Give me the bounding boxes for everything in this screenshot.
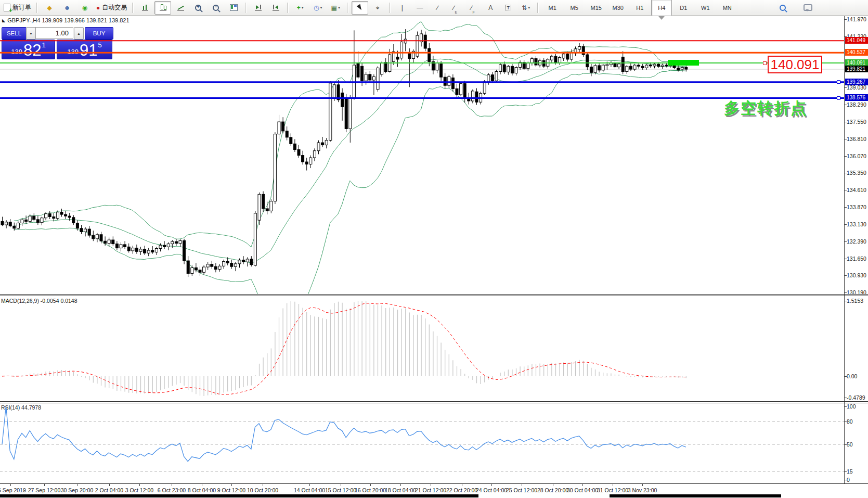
lime-highlight-bar[interactable] xyxy=(668,60,699,66)
candle xyxy=(88,229,90,235)
candle xyxy=(45,214,47,218)
candle xyxy=(381,63,383,74)
chart-shift-marker xyxy=(658,16,665,20)
candle xyxy=(246,259,249,262)
candle xyxy=(365,74,367,81)
candle xyxy=(638,65,640,66)
candle xyxy=(104,241,107,243)
candle xyxy=(649,65,652,66)
candle xyxy=(483,82,486,93)
candle xyxy=(167,244,170,247)
macd-signal-line xyxy=(2,303,686,394)
candle xyxy=(657,64,660,66)
candle xyxy=(618,64,620,67)
candle xyxy=(187,261,189,273)
candle xyxy=(151,250,154,252)
candle xyxy=(53,217,55,219)
candle xyxy=(633,65,636,69)
bollinger-middle-line xyxy=(14,59,686,263)
candle xyxy=(191,267,193,273)
candle xyxy=(463,84,466,98)
candle xyxy=(60,212,63,214)
candle xyxy=(317,143,320,151)
candle xyxy=(428,48,431,61)
candle xyxy=(127,247,130,251)
candle xyxy=(325,141,328,145)
candle xyxy=(685,67,688,69)
candle xyxy=(80,228,83,232)
candle xyxy=(258,194,261,220)
candle xyxy=(29,216,31,221)
candle xyxy=(242,260,245,262)
candle xyxy=(195,267,197,270)
candle xyxy=(665,65,668,66)
candle xyxy=(448,76,450,85)
candle xyxy=(471,91,474,101)
candle xyxy=(21,220,23,223)
candle xyxy=(218,266,221,269)
candle xyxy=(230,263,233,267)
candle xyxy=(329,83,332,141)
candle xyxy=(491,75,494,81)
candle xyxy=(9,222,11,226)
price-callout-box[interactable]: 140.091 xyxy=(768,56,822,73)
rsi-line xyxy=(2,406,686,462)
candle xyxy=(100,235,102,241)
candle xyxy=(175,241,177,244)
line-selection-handle[interactable] xyxy=(837,96,840,100)
candle xyxy=(262,194,265,209)
candle xyxy=(5,222,8,225)
annotation-text[interactable]: 多空转折点 xyxy=(724,98,807,119)
candle xyxy=(13,226,16,228)
candle xyxy=(313,151,316,158)
candle xyxy=(460,84,462,95)
candle xyxy=(33,216,35,220)
candle xyxy=(203,267,205,272)
candle xyxy=(451,78,454,89)
candle xyxy=(424,35,426,48)
candle xyxy=(369,74,371,80)
candle xyxy=(495,72,498,81)
candle xyxy=(36,220,39,223)
candle xyxy=(290,137,292,144)
line-selection-handle[interactable] xyxy=(837,80,840,84)
candle xyxy=(282,122,284,131)
candle xyxy=(25,220,28,221)
candle xyxy=(559,57,561,62)
candle xyxy=(582,46,585,55)
candle xyxy=(135,248,138,252)
candle xyxy=(341,93,344,107)
candle xyxy=(566,54,569,59)
candle xyxy=(132,248,134,251)
candle xyxy=(68,216,71,218)
candle xyxy=(535,59,537,65)
candle xyxy=(183,240,186,261)
candle xyxy=(629,66,632,69)
candle xyxy=(286,131,288,137)
candle xyxy=(120,245,122,248)
candle xyxy=(147,250,150,253)
candle xyxy=(112,240,114,244)
candle xyxy=(115,244,118,248)
candle xyxy=(56,212,59,219)
candle xyxy=(238,260,241,264)
candle xyxy=(214,266,217,269)
candle xyxy=(144,249,146,253)
candle xyxy=(645,65,648,68)
line-end-handle[interactable] xyxy=(763,61,767,65)
candle xyxy=(345,97,347,129)
candle xyxy=(681,67,683,69)
candle xyxy=(155,248,158,252)
candle xyxy=(499,65,502,71)
candle xyxy=(626,66,628,71)
candle xyxy=(511,66,513,73)
candle xyxy=(266,209,268,211)
candle xyxy=(250,259,253,265)
candle xyxy=(384,62,387,72)
candle xyxy=(440,64,443,77)
candle xyxy=(408,54,411,59)
candle xyxy=(487,75,490,82)
candle xyxy=(92,235,95,239)
candle xyxy=(274,134,276,201)
candle xyxy=(254,213,256,265)
